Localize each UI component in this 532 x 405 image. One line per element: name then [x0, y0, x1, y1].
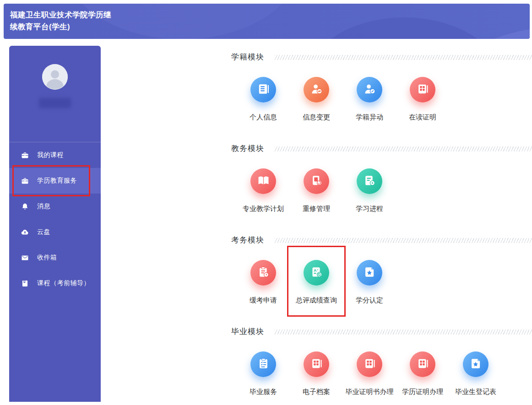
avatar[interactable]	[42, 64, 68, 90]
tile-label: 毕业服务	[250, 387, 277, 396]
tile-circle	[304, 168, 329, 194]
tile-circle	[304, 77, 329, 103]
doc-play-icon	[363, 173, 377, 189]
module-tiles: 个人信息 信息变更 学籍异动 在读证明	[237, 77, 532, 121]
sidebar-item-courses-exam-tutoring[interactable]: 课程（考前辅导）	[9, 270, 101, 296]
tile-circle	[250, 168, 276, 194]
app-header: 福建卫生职业技术学院学历继 续教育平台(学生)	[4, 4, 530, 39]
card-grid-icon	[363, 356, 377, 373]
module-header: 教务模块	[231, 143, 532, 153]
tile-major-teaching-plan[interactable]: 专业教学计划	[237, 168, 290, 213]
person-icon	[42, 64, 68, 90]
user-name-redacted	[39, 98, 71, 108]
envelope-icon	[21, 254, 29, 262]
tile-graduate-registration-form[interactable]: 毕业生登记表	[449, 351, 502, 396]
app-title-line2: 续教育平台(学生)	[10, 21, 111, 32]
tile-graduation-service[interactable]: 毕业服务	[237, 351, 290, 396]
card-grid-icon	[416, 356, 430, 373]
sidebar: 我的课程 学历教育服务 消息 云盘 收件箱 课程（考前辅导）	[9, 46, 101, 402]
tile-deferred-exam-application[interactable]: 缓考申请	[237, 260, 290, 304]
doc-search-icon: A+	[309, 265, 324, 281]
tile-circle	[357, 260, 382, 286]
sidebar-item-my-courses[interactable]: 我的课程	[9, 142, 101, 168]
tile-learning-progress[interactable]: 学习进程	[343, 168, 396, 213]
tile-label: 缓考申请	[250, 296, 277, 304]
doc-star-icon	[363, 265, 377, 281]
module-header: 毕业模块	[231, 326, 532, 336]
student-status-module: 学籍模块 个人信息 信息变更 学籍异动 在读证明	[231, 52, 532, 121]
module-header: 学籍模块	[231, 52, 532, 62]
sidebar-item-label: 云盘	[37, 228, 50, 236]
app-title-line1: 福建卫生职业技术学院学历继	[10, 9, 111, 21]
tile-student-status-change[interactable]: 学籍异动	[343, 77, 396, 121]
cloud-upload-icon	[21, 228, 29, 237]
sidebar-item-inbox[interactable]: 收件箱	[9, 245, 101, 270]
graduation-module: 毕业模块 毕业服务 电子档案 毕业证明书办理 学历证明办理	[231, 326, 532, 396]
card-refresh-icon	[309, 173, 324, 189]
card-grid-icon	[309, 356, 324, 373]
tile-retake-management[interactable]: 重修管理	[290, 168, 343, 213]
section-divider-pattern	[274, 146, 532, 151]
section-divider-pattern	[274, 238, 532, 243]
exam-affairs-module: 考务模块 缓考申请 A+ 总评成绩查询 学分认定	[231, 235, 532, 304]
person-edit-icon	[363, 82, 377, 98]
module-title: 考务模块	[231, 235, 264, 245]
tile-graduation-certificate-handling[interactable]: 毕业证明书办理	[343, 351, 396, 396]
tile-circle: A+	[304, 260, 329, 286]
person-sync-icon	[309, 82, 324, 98]
briefcase-icon	[21, 177, 29, 185]
tile-label: 电子档案	[303, 387, 330, 396]
doc-star-icon	[469, 356, 483, 373]
tile-circle	[410, 77, 435, 103]
sidebar-item-label: 收件箱	[37, 254, 57, 262]
tile-electronic-archive[interactable]: 电子档案	[290, 351, 343, 396]
app-title: 福建卫生职业技术学院学历继 续教育平台(学生)	[10, 9, 111, 32]
tile-label: 学历证明办理	[402, 387, 443, 396]
module-header: 考务模块	[231, 235, 532, 245]
bell-icon	[21, 202, 29, 211]
sidebar-menu: 我的课程 学历教育服务 消息 云盘 收件箱 课程（考前辅导）	[9, 142, 101, 296]
svg-text:+: +	[316, 268, 318, 271]
tile-overall-score-inquiry[interactable]: A+ 总评成绩查询	[290, 260, 343, 304]
tile-label: 毕业生登记表	[455, 387, 496, 396]
tile-label: 专业教学计划	[243, 204, 284, 213]
tile-label: 重修管理	[303, 204, 330, 213]
tile-circle	[357, 351, 382, 377]
sidebar-item-cloud-drive[interactable]: 云盘	[9, 219, 101, 245]
module-tiles: 缓考申请 A+ 总评成绩查询 学分认定	[237, 260, 532, 304]
tile-enrollment-certificate[interactable]: 在读证明	[396, 77, 449, 121]
section-divider-pattern	[274, 55, 532, 60]
module-tiles: 专业教学计划 重修管理 学习进程	[237, 168, 532, 213]
tile-credit-recognition[interactable]: 学分认定	[343, 260, 396, 304]
module-title: 毕业模块	[231, 326, 264, 337]
sidebar-item-label: 我的课程	[37, 151, 64, 159]
notebook-icon	[21, 279, 29, 288]
tile-label: 学分认定	[356, 296, 383, 304]
module-title: 学籍模块	[231, 52, 264, 62]
tile-label: 毕业证明书办理	[346, 387, 394, 396]
page: 福建卫生职业技术学院学历继 续教育平台(学生) 我的课程 学历教育服务 消息 云…	[0, 0, 532, 405]
sidebar-item-label: 学历教育服务	[37, 177, 77, 185]
tile-label: 在读证明	[409, 113, 436, 121]
tile-circle	[357, 168, 382, 194]
tile-circle	[463, 351, 489, 377]
main-content: 学籍模块 个人信息 信息变更 学籍异动 在读证明	[231, 46, 532, 405]
academic-affairs-module: 教务模块 专业教学计划 重修管理 学习进程	[231, 143, 532, 213]
sidebar-item-messages[interactable]: 消息	[9, 194, 101, 219]
card-grid-icon	[416, 82, 430, 98]
section-divider-pattern	[274, 329, 532, 335]
tile-circle	[250, 351, 276, 377]
tile-label: 总评成绩查询	[296, 296, 337, 304]
tile-personal-info[interactable]: 个人信息	[237, 77, 290, 121]
tile-label: 信息变更	[303, 113, 330, 121]
briefcase-icon	[21, 151, 29, 160]
sidebar-item-degree-education-services[interactable]: 学历教育服务	[9, 168, 101, 194]
doc-lines-icon	[256, 82, 271, 98]
tile-circle	[410, 351, 435, 377]
tile-circle	[250, 77, 276, 103]
sidebar-item-label: 消息	[37, 202, 50, 211]
tile-info-change[interactable]: 信息变更	[290, 77, 343, 121]
tile-degree-certificate-handling[interactable]: 学历证明办理	[396, 351, 449, 396]
tile-label: 个人信息	[250, 113, 277, 121]
tile-label: 学籍异动	[356, 113, 383, 121]
